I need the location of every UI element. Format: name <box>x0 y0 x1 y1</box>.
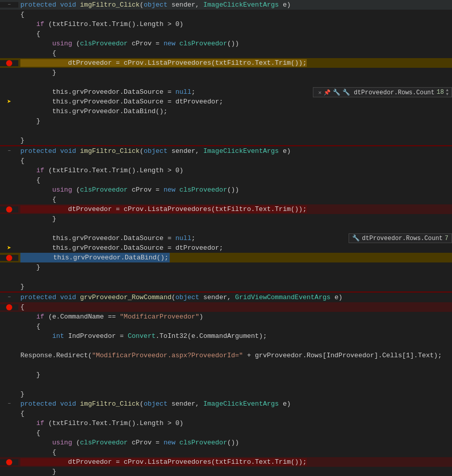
line-code: { <box>18 302 452 312</box>
gutter: − <box>0 401 18 407</box>
line-code: if (txtFiltro.Text.Trim().Length > 0) <box>18 166 452 175</box>
line-code <box>18 272 452 282</box>
tooltip-datarows-2: 🔧 dtProveedor.Rows.Count 7 <box>349 233 452 243</box>
line-code: } <box>18 467 452 476</box>
line: Response.Redirect("ModificarProveedor.as… <box>0 351 452 360</box>
line <box>0 77 452 87</box>
line-code: if (txtFiltro.Text.Trim().Length > 0) <box>18 418 452 428</box>
line-code: } <box>18 214 452 224</box>
breakpoint-icon[interactable] <box>6 459 12 465</box>
line-code: } <box>18 262 452 272</box>
line-code <box>18 77 452 87</box>
breakpoint-icon[interactable] <box>6 304 12 310</box>
line: } <box>0 262 452 272</box>
code-section-2: − protected void imgFiltro_Click(object … <box>0 146 452 293</box>
line-code: } <box>18 68 452 77</box>
line-code: { <box>18 409 452 418</box>
line-code: protected void imgFiltro_Click(object se… <box>18 0 452 10</box>
line-code: protected void imgFiltro_Click(object se… <box>18 399 452 409</box>
line-code: this.grvProveedor.DataBind(); <box>18 107 452 116</box>
line: this.grvProveedor.DataSource = null; 🔧 d… <box>0 233 452 243</box>
line: ➤ this.grvProveedor.DataSource = dtProve… <box>0 243 452 253</box>
code-editor: − protected void imgFiltro_Click(object … <box>0 0 452 476</box>
line: } <box>0 136 452 145</box>
close-icon[interactable]: ✕ <box>318 89 322 96</box>
tooltip-datarows: ✕ 📌 🔧 🔧 dtProveedor.Rows.Count 18 ▲ ▼ <box>313 87 452 97</box>
line-code <box>18 126 452 136</box>
pin-icon[interactable]: 📌 <box>324 89 331 96</box>
breakpoint-icon[interactable] <box>6 206 12 213</box>
line: { <box>0 195 452 204</box>
line-code: { <box>18 195 452 204</box>
line-code <box>18 380 452 389</box>
line-code: { <box>18 10 452 19</box>
line-code: dtProveedor = cProv.ListaProveedores(txt… <box>18 204 452 214</box>
gutter: − <box>0 148 18 154</box>
line-code: using (clsProveedor cProv = new clsProve… <box>18 438 452 447</box>
line: using (clsProveedor cProv = new clsProve… <box>0 39 452 48</box>
collapse-icon[interactable]: − <box>8 148 11 154</box>
line-code: if (txtFiltro.Text.Trim().Length > 0) <box>18 19 452 29</box>
code-section-1: − protected void imgFiltro_Click(object … <box>0 0 452 146</box>
line: this.grvProveedor.DataBind(); <box>0 107 452 116</box>
gutter: ➤ <box>0 97 18 106</box>
line: if (txtFiltro.Text.Trim().Length > 0) <box>0 19 452 29</box>
line: using (clsProveedor cProv = new clsProve… <box>0 185 452 195</box>
line: { <box>0 447 452 457</box>
debugger-icon: 🔧 <box>352 234 360 242</box>
line: { <box>0 156 452 166</box>
tooltip-label: dtProveedor.Rows.Count <box>362 235 442 242</box>
line-code: dtProveedor = cProv.ListaProveedores(txt… <box>18 457 452 467</box>
line-code: using (clsProveedor cProv = new clsProve… <box>18 185 452 195</box>
line: using (clsProveedor cProv = new clsProve… <box>0 438 452 447</box>
gutter <box>0 255 18 261</box>
breakpoint-icon[interactable] <box>6 60 12 66</box>
line: } <box>0 68 452 77</box>
line: { <box>0 322 452 331</box>
gutter: − <box>0 295 18 300</box>
collapse-icon[interactable]: − <box>8 295 11 300</box>
line-code: this.grvProveedor.DataSource = dtProveed… <box>18 97 452 107</box>
line <box>0 360 452 370</box>
line-code: } <box>18 136 452 145</box>
tooltip-label: 🔧 dtProveedor.Rows.Count <box>342 89 435 96</box>
line: { <box>0 409 452 418</box>
line-code <box>18 224 452 233</box>
tooltip-scroll: ▲ ▼ <box>446 88 448 96</box>
line-code: this.grvProveedor.DataBind(); <box>18 253 452 262</box>
line: dtProveedor = cProv.ListaProveedores(txt… <box>0 204 452 214</box>
breakpoint-icon[interactable] <box>6 255 12 261</box>
line: } <box>0 282 452 292</box>
line-code: } <box>18 370 452 380</box>
line: { <box>0 29 452 39</box>
line-code: this.grvProveedor.DataSource = dtProveed… <box>18 243 452 253</box>
line: if (txtFiltro.Text.Trim().Length > 0) <box>0 166 452 175</box>
gutter: − <box>0 2 18 8</box>
line: } <box>0 370 452 380</box>
collapse-icon[interactable]: − <box>8 2 11 8</box>
tooltip-value: 7 <box>445 235 448 242</box>
gutter <box>0 304 18 310</box>
current-line-icon: ➤ <box>7 97 11 106</box>
line-code: } <box>18 389 452 399</box>
line: dtProveedor = cProv.ListaProveedores(txt… <box>0 457 452 467</box>
line-code: } <box>18 116 452 126</box>
line: { <box>0 428 452 438</box>
line-code: { <box>18 447 452 457</box>
line-code: { <box>18 322 452 331</box>
line: { <box>0 302 452 312</box>
gutter <box>0 459 18 465</box>
line: } <box>0 116 452 126</box>
line-code: { <box>18 175 452 185</box>
line: this.grvProveedor.DataSource = null; ✕ 📌… <box>0 87 452 97</box>
tooltip-value: 18 <box>437 89 444 96</box>
line: − protected void imgFiltro_Click(object … <box>0 0 452 10</box>
scroll-down-icon[interactable]: ▼ <box>446 92 448 96</box>
line-code: dtProveedor = cProv.ListaProveedores(txt… <box>18 58 452 68</box>
line <box>0 224 452 233</box>
gutter: ➤ <box>0 244 18 252</box>
gutter <box>0 206 18 213</box>
line <box>0 126 452 136</box>
line: if (txtFiltro.Text.Trim().Length > 0) <box>0 418 452 428</box>
collapse-icon[interactable]: − <box>8 401 11 407</box>
